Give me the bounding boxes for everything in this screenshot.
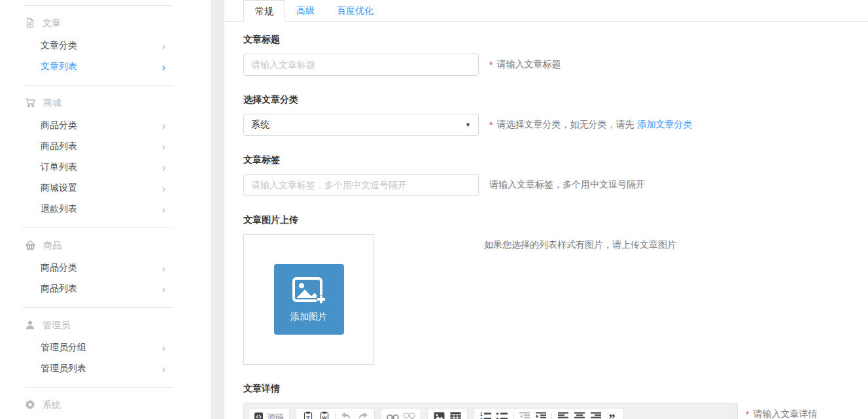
sidebar-group-system: 系统基本信息›: [23, 387, 173, 419]
unlink-icon: [403, 412, 415, 419]
user-icon: [25, 320, 35, 332]
toolbar-separator: [513, 412, 513, 419]
sidebar-group-header-article: 文章: [23, 12, 173, 35]
toolbar-group: TW: [296, 408, 375, 419]
add-category-link[interactable]: 添加文章分类: [637, 119, 692, 131]
sidebar-group-label: 管理员: [43, 320, 70, 331]
indent-icon: [536, 412, 546, 419]
paste-word-button[interactable]: W: [316, 409, 332, 419]
article-detail-hint: * 请输入文章详情: [746, 403, 817, 419]
undo-button[interactable]: [338, 409, 355, 419]
chevron-right-icon: ›: [162, 162, 165, 173]
sidebar-item-admin-list[interactable]: 管理员列表›: [23, 358, 173, 379]
hint-text: 请输入文章详情: [753, 409, 817, 419]
undo-icon: [341, 412, 352, 419]
unlink-button[interactable]: [401, 409, 417, 419]
article-form: 文章标题 * 请输入文章标题 选择文章分类 系统 ▼: [224, 22, 868, 419]
blockquote-button[interactable]: ”: [604, 409, 620, 419]
toolbar-separator: [551, 412, 552, 419]
source-button[interactable]: 源码: [252, 409, 286, 419]
add-image-button[interactable]: 添加图片: [274, 264, 344, 335]
sidebar-item-goods-category[interactable]: 商品分类›: [23, 115, 173, 136]
sidebar-item-label: 商品列表: [41, 141, 77, 152]
bulleted-list-icon: [496, 412, 508, 419]
article-category-label: 选择文章分类: [243, 94, 868, 106]
sidebar-item-label: 商品分类: [41, 120, 77, 131]
hint-text: 请选择文章分类，如无分类，请先: [496, 119, 634, 131]
sidebar-group-mall: 商城商品分类›商品列表›订单列表›商城设置›退款列表›: [23, 85, 173, 227]
sidebar-item-product-category[interactable]: 商品分类›: [23, 258, 173, 278]
sidebar-item-article-category[interactable]: 文章分类›: [23, 35, 173, 56]
sidebar-item-goods-list[interactable]: 商品列表›: [23, 136, 173, 157]
svg-text:W: W: [322, 415, 327, 419]
hint-text: 如果您选择的列表样式有图片，请上传文章图片: [484, 239, 676, 251]
required-asterisk: *: [746, 409, 749, 419]
tab-baidu-seo[interactable]: 百度优化: [326, 0, 385, 22]
paste-text-button[interactable]: T: [300, 409, 316, 419]
sidebar-item-order-list[interactable]: 订单列表›: [23, 157, 173, 178]
article-tags-input[interactable]: [243, 174, 479, 196]
sidebar-group-product: 商品商品分类›商品列表›: [23, 227, 173, 307]
gear-icon: [25, 399, 35, 412]
document-icon: [25, 18, 35, 30]
toolbar-separator: [335, 412, 336, 419]
sidebar-group-label: 商城: [43, 97, 61, 109]
article-tags-label: 文章标签: [243, 154, 868, 166]
category-select[interactable]: 系统 ▼: [243, 114, 479, 136]
sidebar-group-admin: 管理员管理员分组›管理员列表›: [23, 307, 173, 387]
numbered-list-button[interactable]: 12: [477, 409, 494, 419]
field-article-tags: 文章标签 请输入文章标签，多个用中文逗号隔开: [243, 154, 868, 196]
paste-text-icon: T: [303, 411, 313, 419]
required-asterisk: *: [489, 120, 493, 130]
sidebar-item-article-list[interactable]: 文章列表›: [23, 56, 173, 77]
required-asterisk: *: [489, 59, 493, 70]
article-tags-hint: 请输入文章标签，多个用中文逗号隔开: [489, 179, 645, 191]
hint-text: 请输入文章标签，多个用中文逗号隔开: [489, 179, 645, 191]
image-button[interactable]: [431, 409, 447, 419]
image-upload-box: 添加图片: [243, 234, 374, 365]
indent-button[interactable]: [532, 409, 549, 419]
field-article-detail: 文章详情 源码TW12”格式▾样式▾大小▾A▾A▾BIUSTx * 请输入文章详…: [243, 383, 868, 419]
sidebar-item-label: 退款列表: [41, 203, 77, 215]
article-title-input[interactable]: [243, 54, 479, 76]
field-article-title: 文章标题 * 请输入文章标题: [243, 34, 868, 76]
bulleted-list-button[interactable]: [494, 409, 510, 419]
sidebar-item-refund-list[interactable]: 退款列表›: [23, 199, 173, 220]
svg-text:1: 1: [480, 412, 483, 416]
tab-general[interactable]: 常规: [243, 0, 285, 22]
chevron-down-icon: ▼: [465, 122, 471, 128]
sidebar-item-label: 文章列表: [41, 61, 77, 73]
sidebar-group-header-product: 商品: [23, 234, 173, 258]
chevron-right-icon: ›: [162, 41, 165, 52]
chevron-right-icon: ›: [162, 263, 165, 274]
outdent-button[interactable]: [516, 409, 532, 419]
align-left-button[interactable]: [555, 409, 571, 419]
redo-button[interactable]: [355, 409, 371, 419]
tab-bar: 常规高级百度优化: [224, 0, 868, 22]
cart-icon: [25, 97, 36, 110]
outdent-icon: [519, 412, 530, 419]
sidebar-item-label: 管理员列表: [41, 363, 86, 375]
sidebar-item-label: 文章分类: [41, 40, 77, 52]
redo-icon: [357, 412, 368, 419]
sidebar-item-mall-settings[interactable]: 商城设置›: [23, 178, 173, 199]
rich-text-editor: 源码TW12”格式▾样式▾大小▾A▾A▾BIUSTx: [243, 403, 738, 419]
sidebar-nav: 文章文章分类›文章列表›商城商品分类›商品列表›订单列表›商城设置›退款列表›商…: [0, 0, 211, 419]
sidebar-item-product-list[interactable]: 商品列表›: [23, 278, 173, 299]
sidebar-group-header-admin: 管理员: [23, 314, 173, 337]
toolbar-row: 源码TW12”: [248, 408, 733, 419]
sidebar-item-label: 商品分类: [41, 262, 77, 274]
align-center-button[interactable]: [571, 409, 587, 419]
sidebar-item-admin-group[interactable]: 管理员分组›: [23, 337, 173, 358]
tab-advanced[interactable]: 高级: [285, 0, 326, 22]
basket-icon: [25, 240, 36, 252]
link-button[interactable]: [385, 409, 401, 419]
article-title-hint: * 请输入文章标题: [489, 59, 561, 71]
align-center-icon: [574, 412, 585, 419]
chevron-right-icon: ›: [162, 61, 165, 73]
source-code-icon: [254, 412, 264, 419]
table-button[interactable]: [447, 409, 464, 419]
align-right-button[interactable]: [587, 409, 604, 419]
article-category-hint: * 请选择文章分类，如无分类，请先 添加文章分类: [489, 119, 692, 131]
sidebar-group-article: 文章文章分类›文章列表›: [23, 5, 173, 85]
